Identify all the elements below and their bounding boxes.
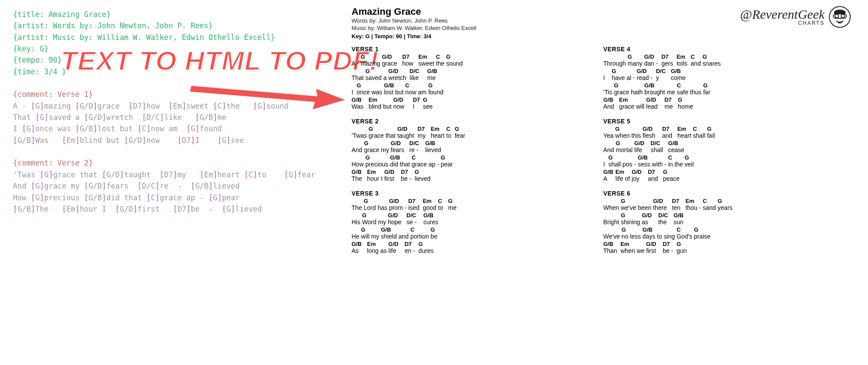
verses-grid: VERSE 1 A - Gmazing G/Dgrace D7how Emswe… (352, 46, 855, 262)
verse-label: VERSE 3 (352, 190, 573, 197)
verse-label: VERSE 2 (352, 118, 573, 125)
verse-block: VERSE 6 When Gwe've been G/Dthere D7ten … (603, 190, 825, 254)
chart-keyline: Key: G | Tempo: 90 | Time: 3/4 (352, 33, 855, 40)
verse-label: VERSE 6 (603, 190, 825, 197)
brand-logo: @ReverentGeek CHARTS (740, 6, 851, 28)
verse-label: VERSE 4 (603, 46, 825, 53)
verse-block: VERSE 3 The GLord has G/Dprom - D7ised E… (352, 190, 573, 254)
verse-block: VERSE 1 A - Gmazing G/Dgrace D7how Emswe… (352, 46, 573, 110)
source-meta-block: {title: Amazing Grace} {artist: Words by… (13, 9, 334, 77)
avatar-icon (829, 6, 851, 28)
verse-label: VERSE 1 (352, 46, 573, 53)
chordpro-source-pane: {title: Amazing Grace} {artist: Words by… (0, 0, 347, 365)
brand-handle: @ReverentGeek (740, 8, 825, 20)
verse-block: VERSE 5 Yea Gwhen this G/Dflesh D7and Em… (603, 118, 825, 182)
verse-label: VERSE 5 (603, 118, 825, 125)
source-sections: {comment: Verse 1}A - [G]mazing [G/D]gra… (13, 89, 334, 226)
chord-chart-pane: Amazing Grace Words by: John Newton, Joh… (347, 0, 868, 365)
verse-block: VERSE 2 'Twas Ggrace that G/Dtaught D7my… (352, 118, 573, 182)
verse-block: VERSE 4 Through Gmany G/Ddan - D7gers Em… (603, 46, 825, 110)
